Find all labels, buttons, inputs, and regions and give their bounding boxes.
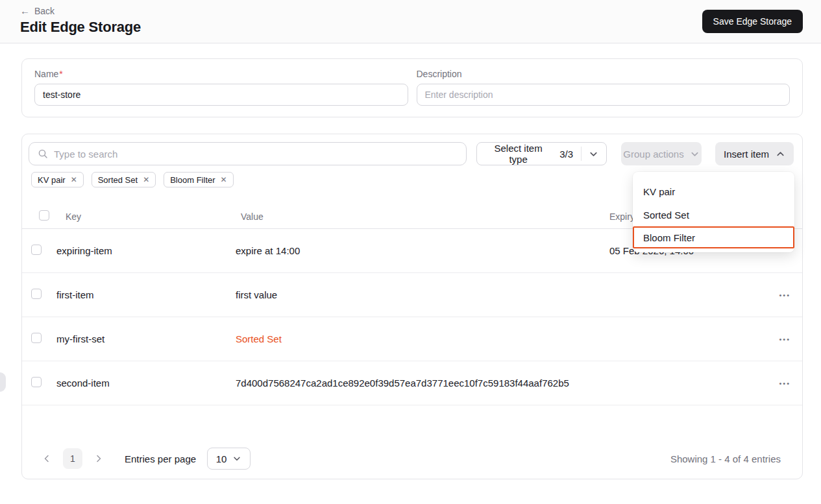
required-marker: * [59,69,62,79]
name-field-group: Name* [34,69,408,106]
insert-item-menu: KV pair Sorted Set Bloom Filter [633,172,794,252]
menu-item-bloom-filter[interactable]: Bloom Filter [633,226,794,248]
items-toolbar: Select item type 3/3 Group actions Inser… [22,134,802,165]
cell-key: second-item [56,378,236,389]
column-header-key: Key [66,211,236,222]
entries-per-page-label: Entries per page [125,453,196,464]
chevron-down-icon [232,454,241,463]
table-row: my-first-set Sorted Set ••• [22,317,802,361]
cell-value: first value [236,289,590,300]
filter-chip-kv-pair[interactable]: KV pair ✕ [31,172,84,187]
next-page-icon[interactable] [93,453,104,464]
row-checkbox[interactable] [31,245,42,255]
select-all-checkbox[interactable] [39,210,49,221]
description-label: Description [417,69,790,79]
entries-summary: Showing 1 - 4 of 4 entries [670,453,781,464]
remove-filter-icon[interactable]: ✕ [221,176,227,184]
search-box [29,142,467,165]
remove-filter-icon[interactable]: ✕ [143,176,149,184]
chip-label: Sorted Set [98,175,138,185]
search-icon [38,149,48,159]
page-title: Edit Edge Storage [20,19,803,36]
chevron-up-icon [776,149,785,159]
row-actions-menu-icon[interactable]: ••• [757,379,802,387]
filter-chip-sorted-set[interactable]: Sorted Set ✕ [92,172,156,187]
back-link[interactable]: ← Back [20,5,55,16]
description-field-group: Description [417,69,790,106]
chevron-down-icon [589,149,598,159]
save-edge-storage-button[interactable]: Save Edge Storage [702,10,803,33]
select-item-type-label: Select item type [485,143,552,165]
row-checkbox[interactable] [31,289,42,299]
name-label: Name* [34,69,408,79]
chip-label: Bloom Filter [170,175,215,185]
select-item-type-dropdown[interactable]: Select item type 3/3 [476,142,607,165]
cell-value: expire at 14:00 [236,245,590,256]
insert-item-label: Insert item [724,149,769,160]
filter-chip-bloom-filter[interactable]: Bloom Filter ✕ [164,172,233,187]
search-input[interactable] [54,149,458,160]
page-header: ← Back Edit Edge Storage Save Edge Stora… [0,0,821,43]
chevron-down-icon [690,149,700,159]
group-actions-label: Group actions [623,149,683,160]
menu-item-kv-pair[interactable]: KV pair [633,180,794,203]
divider [581,147,582,161]
cell-key: my-first-set [56,333,236,344]
cell-value: 7d400d7568247ca2ad1ce892e0f39d57ea7d3771… [236,378,590,389]
table-row: second-item 7d400d7568247ca2ad1ce892e0f3… [22,361,802,405]
table-row: first-item first value ••• [22,273,802,317]
select-item-type-count: 3/3 [559,149,573,160]
entries-per-page-select[interactable]: 10 [207,448,251,470]
left-edge-scroll-handle[interactable] [0,372,6,392]
store-details-card: Name* Description [21,58,803,117]
row-checkbox[interactable] [31,333,42,343]
group-actions-dropdown: Group actions [621,142,702,165]
description-input[interactable] [417,84,790,106]
table-footer: 1 Entries per page 10 Showing 1 - 4 of 4… [22,447,802,470]
edit-edge-storage-page: ← Back Edit Edge Storage Save Edge Stora… [0,0,821,504]
back-arrow-icon: ← [20,5,30,16]
menu-item-sorted-set[interactable]: Sorted Set [633,203,794,226]
name-input[interactable] [34,84,408,106]
column-header-value: Value [241,211,590,222]
back-label: Back [34,6,55,16]
previous-page-icon[interactable] [42,453,52,464]
cell-key: first-item [56,289,236,300]
insert-item-dropdown[interactable]: Insert item [715,142,794,165]
row-checkbox[interactable] [31,377,42,387]
cell-value: Sorted Set [236,333,590,344]
remove-filter-icon[interactable]: ✕ [71,176,77,184]
cell-key: expiring-item [56,245,236,256]
entries-per-page-value: 10 [216,453,227,464]
row-actions-menu-icon[interactable]: ••• [757,335,802,343]
page-number-button[interactable]: 1 [63,448,82,469]
row-actions-menu-icon[interactable]: ••• [757,291,802,299]
chip-label: KV pair [38,175,66,185]
